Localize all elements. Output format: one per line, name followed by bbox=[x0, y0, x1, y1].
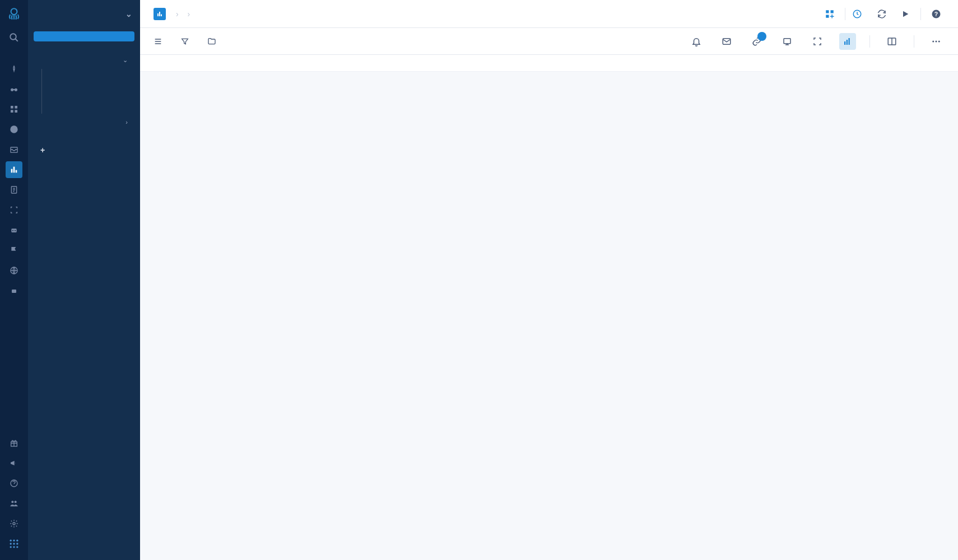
filters-menu[interactable] bbox=[180, 37, 194, 46]
search-icon[interactable] bbox=[6, 29, 22, 46]
svg-point-31 bbox=[10, 546, 12, 548]
svg-rect-6 bbox=[15, 106, 17, 109]
scan-icon[interactable] bbox=[6, 202, 22, 218]
svg-point-3 bbox=[15, 88, 17, 91]
megaphone-icon[interactable] bbox=[6, 455, 22, 472]
svg-point-1 bbox=[10, 34, 16, 40]
play-icon[interactable] bbox=[897, 6, 914, 22]
svg-point-32 bbox=[13, 546, 15, 548]
svg-point-2 bbox=[11, 88, 13, 91]
svg-point-50 bbox=[936, 40, 937, 42]
inbox-icon[interactable] bbox=[6, 141, 22, 158]
chevron-right-icon: › bbox=[125, 119, 128, 125]
more-icon[interactable] bbox=[928, 33, 945, 50]
default-view-menu[interactable] bbox=[154, 37, 167, 46]
svg-point-24 bbox=[13, 522, 15, 525]
globe-icon[interactable] bbox=[6, 262, 22, 279]
svg-rect-39 bbox=[826, 15, 829, 17]
chart-icon bbox=[154, 8, 166, 20]
svg-rect-12 bbox=[13, 167, 15, 173]
time-range-selector[interactable] bbox=[852, 9, 867, 19]
events-timeline[interactable] bbox=[140, 55, 958, 72]
svg-rect-47 bbox=[849, 38, 850, 45]
gift-icon[interactable] bbox=[6, 435, 22, 451]
svg-rect-4 bbox=[13, 89, 15, 90]
svg-rect-19 bbox=[12, 290, 16, 293]
nav-alerts[interactable] bbox=[34, 167, 134, 178]
rocket-icon[interactable] bbox=[6, 60, 22, 77]
svg-point-22 bbox=[11, 501, 13, 503]
robot-icon[interactable] bbox=[6, 222, 22, 239]
svg-point-27 bbox=[16, 540, 18, 542]
nav-eventloop[interactable] bbox=[49, 78, 134, 87]
svg-rect-11 bbox=[11, 169, 13, 173]
app-selector[interactable]: ⌄ bbox=[28, 0, 140, 28]
svg-point-28 bbox=[10, 543, 12, 544]
mail-icon[interactable] bbox=[718, 33, 735, 50]
svg-rect-37 bbox=[826, 10, 829, 13]
nav-custom-metrics[interactable] bbox=[34, 130, 134, 141]
alert-circle-icon[interactable] bbox=[6, 121, 22, 138]
split-view-icon[interactable] bbox=[883, 33, 900, 50]
svg-rect-38 bbox=[831, 10, 834, 13]
svg-point-25 bbox=[10, 540, 12, 542]
nav-gc[interactable] bbox=[49, 87, 134, 96]
nav-ship-metrics[interactable] bbox=[34, 195, 134, 206]
gear-icon[interactable] bbox=[6, 515, 22, 532]
svg-point-0 bbox=[11, 8, 17, 15]
clock-icon bbox=[852, 9, 862, 19]
svg-point-23 bbox=[15, 501, 17, 503]
bot-icon[interactable] bbox=[6, 282, 22, 299]
page-icon[interactable] bbox=[6, 181, 22, 198]
svg-rect-44 bbox=[784, 38, 790, 43]
svg-rect-5 bbox=[11, 106, 13, 109]
nav-http-server[interactable] bbox=[49, 96, 134, 105]
nav-cluster[interactable] bbox=[49, 69, 134, 78]
svg-point-29 bbox=[13, 543, 15, 544]
svg-rect-15 bbox=[11, 228, 16, 232]
logo-icon[interactable] bbox=[6, 6, 22, 22]
main: › › ? bbox=[140, 0, 958, 560]
nav-logagent-sub[interactable] bbox=[49, 105, 134, 114]
svg-rect-46 bbox=[847, 40, 848, 45]
fullscreen-icon[interactable] bbox=[809, 33, 826, 50]
link-icon[interactable] bbox=[748, 33, 765, 50]
chevron-down-icon: ⌄ bbox=[125, 10, 132, 18]
apps-icon[interactable] bbox=[6, 101, 22, 118]
chevron-down-icon: ⌄ bbox=[123, 57, 128, 64]
nav-add-report[interactable]: + bbox=[34, 141, 134, 160]
help-circle-icon[interactable]: ? bbox=[928, 6, 945, 22]
dashboard-icon[interactable] bbox=[6, 161, 22, 178]
side-nav: ⌄ ⌄ › + bbox=[28, 0, 140, 560]
svg-point-26 bbox=[13, 540, 15, 542]
svg-point-16 bbox=[12, 230, 13, 231]
refresh-icon[interactable] bbox=[873, 6, 890, 22]
svg-rect-13 bbox=[16, 170, 17, 173]
nav-os[interactable]: › bbox=[34, 114, 134, 130]
toolbar bbox=[140, 28, 958, 55]
svg-rect-35 bbox=[159, 12, 160, 16]
waffle-icon[interactable] bbox=[6, 535, 22, 552]
bell-icon[interactable] bbox=[688, 33, 705, 50]
binoculars-icon[interactable] bbox=[6, 81, 22, 97]
nav-alert-rules[interactable] bbox=[34, 178, 134, 188]
help-icon[interactable] bbox=[6, 475, 22, 492]
bars-view-icon[interactable] bbox=[839, 33, 856, 50]
svg-rect-7 bbox=[11, 110, 13, 113]
groups-menu[interactable] bbox=[207, 37, 221, 46]
icon-rail bbox=[0, 0, 28, 560]
team-icon[interactable] bbox=[6, 495, 22, 512]
nav-nodejs[interactable]: ⌄ bbox=[34, 52, 134, 69]
link-badge bbox=[757, 32, 766, 41]
svg-point-51 bbox=[938, 40, 940, 42]
nav-logagent[interactable] bbox=[34, 41, 134, 52]
breadcrumb: › › bbox=[173, 10, 193, 18]
export-icon[interactable] bbox=[779, 33, 796, 50]
svg-point-9 bbox=[10, 125, 17, 133]
nav-overview[interactable] bbox=[34, 31, 134, 41]
dashboard-grid bbox=[140, 72, 958, 560]
nav-app-settings[interactable] bbox=[34, 206, 134, 216]
svg-point-30 bbox=[16, 543, 18, 544]
add-widget-icon[interactable] bbox=[821, 6, 838, 22]
flag-icon[interactable] bbox=[6, 242, 22, 259]
